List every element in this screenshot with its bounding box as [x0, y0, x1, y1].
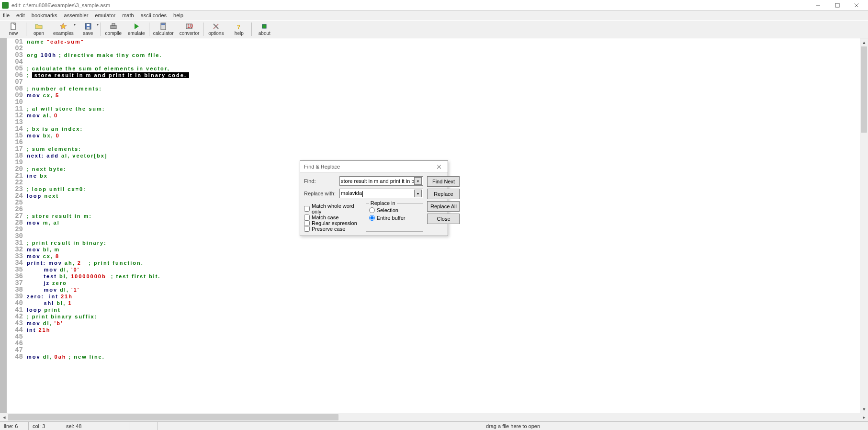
code-line[interactable]: ; sum elements: [27, 146, 860, 152]
chevron-down-icon[interactable]: ▾ [414, 190, 422, 197]
code-line[interactable]: shl bl, 1 [27, 300, 860, 306]
tool-open[interactable]: open [27, 21, 50, 37]
menu-math[interactable]: math [122, 12, 134, 18]
vertical-scrollbar[interactable]: ▴ ▾ [860, 38, 868, 413]
maximize-button[interactable] [828, 0, 847, 10]
code-line[interactable] [27, 139, 860, 146]
code-line[interactable]: print: mov ah, 2 ; print function. [27, 260, 860, 266]
match-word-checkbox[interactable] [304, 206, 310, 212]
line-number: 03 [9, 52, 23, 58]
chip-icon [260, 23, 268, 30]
find-input[interactable]: store result in m and print it in b ▾ [339, 176, 423, 186]
code-line[interactable] [27, 119, 860, 125]
code-line[interactable] [27, 45, 860, 52]
code-line[interactable] [27, 333, 860, 340]
code-line[interactable] [27, 340, 860, 347]
line-number: 19 [9, 159, 23, 166]
scroll-right-button[interactable]: ▸ [860, 413, 868, 421]
code-line[interactable] [27, 99, 860, 105]
tool-about[interactable]: about [253, 21, 276, 37]
code-line[interactable]: ; store result in m and print it in bina… [27, 72, 860, 79]
svg-rect-4 [11, 23, 15, 30]
line-number: 30 [9, 233, 23, 239]
line-number: 44 [9, 327, 23, 333]
svg-rect-7 [87, 24, 90, 26]
scroll-up-button[interactable]: ▴ [860, 38, 868, 46]
code-line[interactable]: int 21h [27, 327, 860, 333]
tool-help[interactable]: ? help [227, 21, 250, 37]
line-number: 40 [9, 300, 23, 306]
code-line[interactable]: ; calculate the sum of elements in vecto… [27, 65, 860, 72]
dialog-close-button[interactable] [434, 162, 444, 171]
code-line[interactable]: mov cx, 5 [27, 92, 860, 99]
menu-help[interactable]: help [173, 12, 183, 18]
menu-edit[interactable]: edit [16, 12, 25, 18]
tool-options[interactable]: options [204, 21, 227, 37]
code-line[interactable]: loop print [27, 306, 860, 313]
code-line[interactable]: next: add al, vector[bx] [27, 152, 860, 159]
code-line[interactable]: zero: int 21h [27, 293, 860, 300]
scroll-down-button[interactable]: ▾ [860, 405, 868, 413]
scroll-left-button[interactable]: ◂ [0, 413, 8, 421]
save-icon [84, 23, 92, 30]
tool-emulate[interactable]: emulate [125, 21, 148, 37]
match-case-checkbox[interactable] [304, 215, 310, 220]
tool-convertor[interactable]: 1010 convertor [177, 21, 203, 37]
margin-column[interactable] [0, 38, 7, 413]
line-number: 29 [9, 226, 23, 233]
code-line[interactable]: mov dl, 'b' [27, 320, 860, 327]
menu-file[interactable]: file [3, 12, 10, 18]
tool-compile[interactable]: compile [102, 21, 125, 37]
menu-assembler[interactable]: assembler [64, 12, 89, 18]
line-number: 32 [9, 246, 23, 253]
find-next-button[interactable]: Find Next [427, 176, 460, 187]
status-spacer [129, 422, 158, 430]
regex-checkbox[interactable] [304, 220, 310, 226]
code-line[interactable]: mov cx, 8 [27, 253, 860, 260]
tool-new[interactable]: new [2, 21, 25, 37]
chevron-down-icon[interactable]: ▾ [414, 177, 422, 185]
code-line[interactable]: test bl, 10000000b ; test first bit. [27, 273, 860, 280]
replace-all-button[interactable]: Replace All [427, 201, 460, 212]
code-line[interactable]: ; bx is an index: [27, 125, 860, 132]
tool-calculator[interactable]: calculator [150, 21, 177, 37]
menu-emulator[interactable]: emulator [95, 12, 115, 18]
svg-marker-5 [60, 23, 67, 29]
code-line[interactable]: ; print binary suffix: [27, 313, 860, 320]
code-line[interactable] [27, 347, 860, 353]
code-line[interactable]: org 100h ; directive make tiny com file. [27, 52, 860, 58]
code-line[interactable]: ; print result in binary: [27, 239, 860, 246]
code-line[interactable]: mov bx, 0 [27, 132, 860, 139]
menu-bookmarks[interactable]: bookmarks [32, 12, 57, 18]
code-line[interactable]: mov dl, 0ah ; new line. [27, 353, 860, 360]
preserve-case-checkbox[interactable] [304, 226, 310, 232]
code-line[interactable]: mov dl, '1' [27, 286, 860, 293]
code-line[interactable] [27, 79, 860, 85]
code-line[interactable]: mov al, 0 [27, 112, 860, 119]
close-button[interactable] [847, 0, 866, 10]
tool-examples[interactable]: examples ▾ [50, 21, 77, 37]
horizontal-scrollbar[interactable]: ◂ ▸ [0, 413, 868, 421]
selection-radio[interactable] [369, 207, 375, 213]
scroll-thumb-vertical[interactable] [861, 46, 867, 133]
code-line[interactable]: ; number of elements: [27, 85, 860, 92]
dialog-title: Find & Replace [304, 164, 434, 170]
code-line[interactable]: ; al will store the sum: [27, 105, 860, 112]
menu-ascii[interactable]: ascii codes [141, 12, 167, 18]
replace-button[interactable]: Replace [427, 189, 460, 199]
svg-rect-8 [87, 27, 90, 29]
convertor-icon: 1010 [185, 23, 193, 30]
scroll-thumb-horizontal[interactable] [8, 414, 338, 420]
code-line[interactable]: jz zero [27, 280, 860, 286]
tool-save[interactable]: save ▾ [77, 21, 100, 37]
replace-input[interactable]: malavida ▾ [339, 189, 423, 198]
code-line[interactable]: mov bl, m [27, 246, 860, 253]
code-line[interactable] [27, 58, 860, 65]
close-dialog-button[interactable]: Close [427, 214, 460, 224]
title-bar: edit: c:\emu8086\examples\3_sample.asm [0, 0, 868, 11]
code-line[interactable]: name "calc-sum" [27, 38, 860, 45]
line-number: 33 [9, 253, 23, 260]
entire-buffer-radio[interactable] [369, 215, 375, 221]
code-line[interactable]: mov dl, '0' [27, 266, 860, 273]
minimize-button[interactable] [809, 0, 828, 10]
